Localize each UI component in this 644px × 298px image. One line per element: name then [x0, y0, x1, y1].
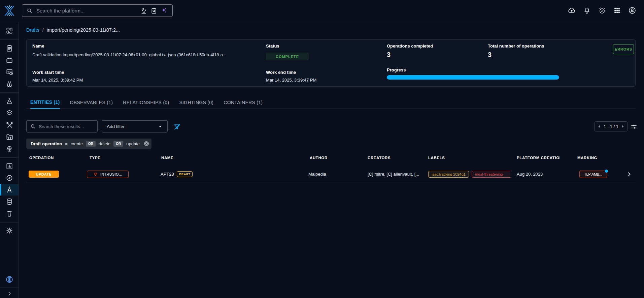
author-value: Malpedia [308, 172, 326, 177]
marking-label: TLP:AMB... [584, 172, 602, 176]
result-tabs: ENTITIES (1) OBSERVABLES (1) RELATIONSHI… [26, 96, 636, 109]
sidebar-item-techniques[interactable] [0, 119, 19, 131]
sidebar-item-dashboards[interactable] [0, 160, 19, 172]
operation-update-chip: UPDATE [29, 171, 59, 178]
xtm-hub-icon[interactable] [0, 274, 19, 285]
tab-containers[interactable]: CONTAINERS (1) [224, 96, 263, 109]
sidebar-item-events[interactable] [0, 66, 19, 78]
marking-update-dot [605, 170, 608, 173]
filter-join-badge[interactable]: OR [113, 141, 123, 147]
platform-search-input[interactable] [36, 8, 139, 13]
total-operations-value: 3 [488, 51, 492, 59]
status-badge: COMPLETE [266, 53, 309, 60]
search-icon [30, 123, 36, 129]
status-label: Status [266, 43, 279, 49]
tab-observables[interactable]: OBSERVABLES (1) [70, 96, 113, 109]
pagination-next-icon[interactable] [620, 124, 625, 129]
opencti-app: Drafts / import/pending/2025-03-11t07:2.… [0, 0, 644, 298]
sidebar-item-dashboard[interactable] [0, 25, 19, 36]
errors-button[interactable]: ERRORS [613, 44, 634, 54]
sidebar-item-arsenal[interactable] [0, 107, 19, 119]
progress-bar-fill [387, 75, 559, 80]
add-filter-select[interactable]: Add filter [102, 120, 168, 132]
active-filter-chip[interactable]: Draft operation = create OR delete OR up… [26, 139, 151, 149]
filter-value[interactable]: create [71, 141, 83, 146]
cloud-upload-icon[interactable] [567, 5, 577, 16]
author-cell: Malpedia [308, 165, 362, 183]
entity-name: APT28 [161, 172, 174, 177]
sidebar-item-locations[interactable] [0, 143, 19, 155]
sidebar-item-entities[interactable] [0, 131, 19, 143]
pagination-text: 1 - 1 / 1 [604, 124, 618, 129]
work-end-label: Work end time [266, 70, 296, 75]
filter-operator: = [65, 141, 68, 146]
filter-key: Draft operation [31, 141, 62, 146]
work-start-label: Work start time [32, 70, 64, 75]
sidebar-item-observations[interactable] [0, 78, 19, 90]
platform-search [22, 4, 173, 17]
tab-entities[interactable]: ENTITIES (1) [30, 96, 60, 109]
column-header-author[interactable]: AUTHOR [310, 156, 328, 160]
tab-relationships[interactable]: RELATIONSHIPS (0) [123, 96, 169, 109]
column-header-marking[interactable]: MARKING [577, 156, 597, 160]
breadcrumb-separator: / [42, 27, 44, 33]
column-header-type[interactable]: TYPE [90, 156, 100, 160]
label-chip[interactable]: most-threatening [472, 171, 510, 178]
advanced-search-microscope-icon[interactable] [139, 6, 149, 16]
sidebar-divider [0, 39, 19, 40]
sidebar-item-cases[interactable] [0, 54, 19, 66]
opencti-logo-icon[interactable] [3, 4, 15, 17]
column-header-name[interactable]: NAME [161, 156, 173, 160]
column-header-platform-creation-date[interactable]: PLATFORM CREATION DATE [517, 156, 560, 160]
platform-creation-date-cell: Aug 20, 2023 [517, 165, 557, 183]
ask-ai-sparkle-icon[interactable] [159, 6, 169, 16]
breadcrumb: Drafts / import/pending/2025-03-11t07:2.… [26, 27, 120, 33]
left-sidebar [0, 22, 19, 298]
draft-badge: DRAFT [177, 171, 193, 177]
tab-sightings[interactable]: SIGHTINGS (0) [179, 96, 213, 109]
triggers-alarm-icon[interactable] [597, 5, 607, 16]
platform-creation-date-value: Aug 20, 2023 [517, 172, 543, 177]
sidebar-divider [0, 222, 19, 222]
work-end-value: Mar 14, 2025, 3:39:47 PM [266, 78, 316, 83]
operations-completed-label: Operations completed [387, 43, 433, 49]
breadcrumb-drafts-link[interactable]: Drafts [26, 27, 39, 33]
add-filter-label: Add filter [107, 124, 125, 129]
sidebar-item-drafts[interactable] [0, 184, 19, 196]
entity-type-label: INTRUSIO... [100, 172, 122, 176]
sidebar-item-investigations[interactable] [0, 172, 19, 184]
filter-join-badge[interactable]: OR [86, 141, 96, 147]
sidebar-expand-chevron-icon[interactable] [0, 289, 19, 298]
column-settings-icon[interactable] [630, 123, 638, 130]
sidebar-item-trash[interactable] [0, 208, 19, 219]
name-label: Name [32, 43, 44, 49]
sidebar-item-analyses[interactable] [0, 42, 19, 54]
column-header-labels[interactable]: LABELS [428, 156, 445, 160]
filter-remove-icon[interactable] [143, 141, 149, 147]
progress-bar [387, 75, 559, 80]
apps-grid-icon[interactable] [612, 5, 622, 16]
column-header-creators[interactable]: CREATORS [368, 156, 391, 160]
sidebar-item-threats[interactable] [0, 95, 19, 107]
filter-value[interactable]: delete [99, 141, 110, 146]
breadcrumb-current: import/pending/2025-03-11t07:2... [47, 27, 120, 33]
clear-filters-icon[interactable] [172, 122, 182, 131]
sidebar-item-data[interactable] [0, 196, 19, 207]
pagination-prev-icon[interactable] [597, 124, 602, 129]
notifications-bell-icon[interactable] [582, 5, 592, 16]
marking-cell: TLP:AMB... [579, 165, 607, 183]
chevron-down-icon [157, 123, 163, 129]
results-search [26, 120, 98, 132]
filter-value[interactable]: update [126, 141, 140, 146]
column-header-operation[interactable]: OPERATION [29, 156, 54, 160]
account-icon[interactable] [627, 5, 637, 16]
name-cell: APT28 DRAFT [161, 165, 193, 183]
total-operations-label: Total number of operations [488, 43, 544, 49]
row-expand-chevron-icon[interactable] [625, 170, 634, 179]
results-search-input[interactable] [39, 124, 95, 129]
sidebar-item-settings[interactable] [0, 225, 19, 236]
label-chip[interactable]: isac:tracking 2024q1 [428, 171, 469, 178]
bulk-search-clipboard-icon[interactable] [149, 6, 159, 16]
table-row[interactable]: UPDATE INTRUSIO... APT28 DRAFT Malpedia … [26, 165, 636, 183]
progress-label: Progress [387, 67, 406, 72]
